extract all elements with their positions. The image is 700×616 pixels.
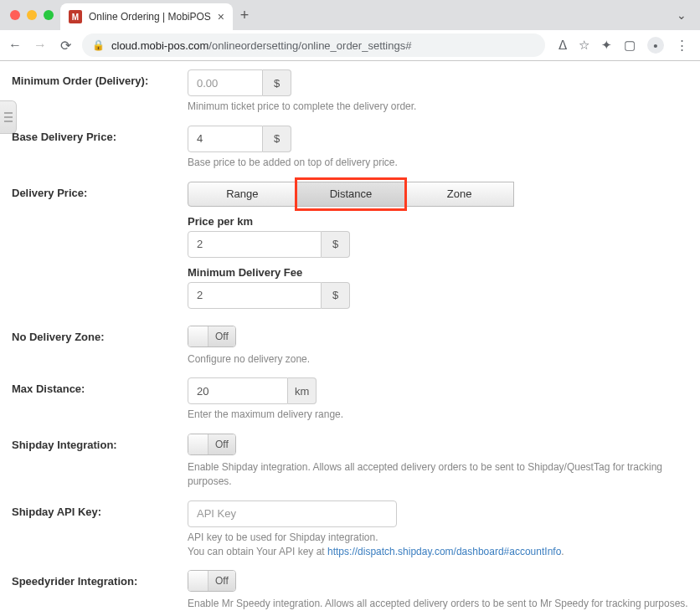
unit-addon: km	[288, 377, 317, 404]
no-delivery-zone-toggle[interactable]: Off	[188, 326, 236, 347]
maximize-window-button[interactable]	[44, 10, 54, 20]
delivery-price-label: Delivery Price:	[12, 182, 188, 199]
tab-zone[interactable]: Zone	[405, 182, 514, 207]
base-price-help: Base price to be added on top of deliver…	[188, 156, 688, 170]
settings-form: Minimum Order (Delivery): $ Minimum tick…	[0, 61, 700, 616]
currency-addon: $	[263, 69, 291, 96]
extensions-icon[interactable]: ✦	[601, 38, 612, 53]
shipday-integration-toggle[interactable]: Off	[188, 434, 236, 455]
tab-distance[interactable]: Distance	[297, 182, 406, 207]
browser-chrome: M Online Ordering | MobiPOS × + ⌄ ← → ⟳ …	[0, 0, 700, 61]
lock-icon: 🔒	[92, 39, 105, 51]
delivery-price-tabs: Range Distance Zone	[188, 182, 514, 207]
shipday-api-input[interactable]	[188, 501, 397, 527]
shipday-api-label: Shipday API Key:	[12, 501, 188, 518]
base-price-input[interactable]	[188, 126, 263, 152]
close-tab-icon[interactable]: ×	[218, 10, 224, 23]
address-bar[interactable]: 🔒 cloud.mobi-pos.com/onlineordersetting/…	[82, 33, 545, 57]
panel-icon[interactable]: ▢	[624, 38, 636, 53]
tab-bar: M Online Ordering | MobiPOS × + ⌄	[0, 0, 700, 30]
browser-toolbar: ← → ⟳ 🔒 cloud.mobi-pos.com/onlineorderse…	[0, 30, 700, 60]
currency-addon: $	[322, 231, 350, 258]
browser-tab[interactable]: M Online Ordering | MobiPOS ×	[60, 3, 233, 30]
tab-favicon: M	[69, 10, 82, 23]
max-distance-input[interactable]	[188, 377, 288, 404]
tab-title: Online Ordering | MobiPOS	[89, 11, 211, 23]
forward-button: →	[32, 38, 49, 53]
currency-addon: $	[263, 126, 291, 152]
min-order-input[interactable]	[188, 69, 263, 96]
no-delivery-zone-help: Configure no delivery zone.	[188, 352, 688, 367]
window-controls	[7, 10, 60, 20]
bookmark-icon[interactable]: ☆	[579, 38, 589, 53]
min-fee-label: Minimum Delivery Fee	[188, 266, 688, 279]
profile-avatar[interactable]: •	[647, 37, 664, 54]
price-per-km-label: Price per km	[188, 215, 688, 228]
toolbar-icons: ᐃ ☆ ✦ ▢ • ⋮	[553, 37, 693, 54]
no-delivery-zone-label: No Delivery Zone:	[12, 326, 188, 343]
base-price-label: Base Delivery Price:	[12, 126, 188, 143]
shipday-integration-label: Shipday Integration:	[12, 434, 188, 451]
max-distance-label: Max Distance:	[12, 377, 188, 395]
url-text: cloud.mobi-pos.com/onlineordersetting/on…	[111, 39, 411, 52]
speedyrider-integration-toggle[interactable]: Off	[188, 570, 236, 592]
min-fee-input[interactable]	[188, 282, 322, 309]
tab-range[interactable]: Range	[188, 182, 297, 207]
currency-addon: $	[322, 282, 350, 309]
menu-icon[interactable]: ⋮	[676, 38, 688, 53]
speedyrider-integration-help: Enable Mr Speedy integration. Allows all…	[188, 597, 688, 611]
max-distance-help: Enter the maximum delivery range.	[188, 408, 688, 422]
shipday-integration-help: Enable Shipday integration. Allows all a…	[188, 460, 688, 489]
shipday-api-help: API key to be used for Shipday integrati…	[188, 531, 688, 559]
close-window-button[interactable]	[10, 10, 20, 20]
shipday-api-link[interactable]: https://dispatch.shipday.com/dashboard#a…	[327, 546, 561, 557]
reload-button[interactable]: ⟳	[57, 38, 74, 54]
minimize-window-button[interactable]	[27, 10, 37, 20]
min-order-help: Minimum ticket price to complete the del…	[188, 100, 688, 114]
tabs-dropdown-icon[interactable]: ⌄	[670, 8, 693, 22]
price-per-km-input[interactable]	[188, 231, 322, 258]
min-order-label: Minimum Order (Delivery):	[12, 69, 188, 87]
back-button[interactable]: ←	[7, 38, 23, 53]
new-tab-button[interactable]: +	[233, 7, 256, 24]
speedyrider-integration-label: Speedyrider Integration:	[12, 570, 188, 588]
share-icon[interactable]: ᐃ	[558, 38, 567, 53]
